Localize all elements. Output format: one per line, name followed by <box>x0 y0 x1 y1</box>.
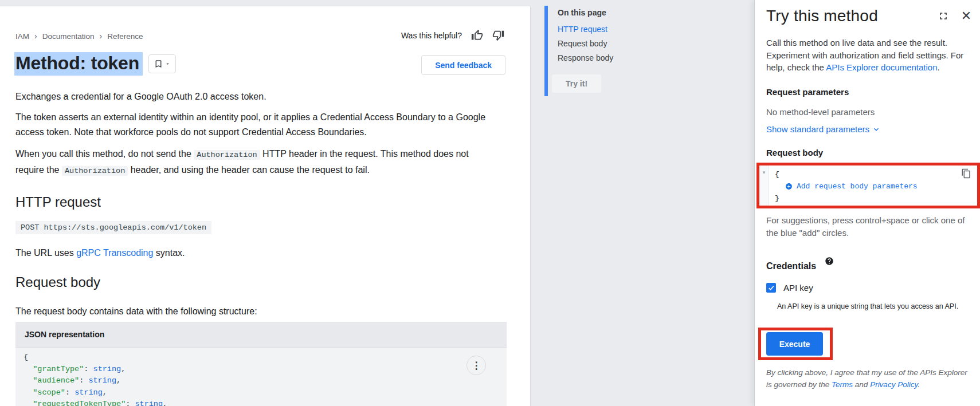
chevron-right-icon: › <box>34 31 37 41</box>
json-representation-header: JSON representation <box>15 322 507 348</box>
expand-more-icon <box>872 125 881 134</box>
editor-lines: { Add request body parameters } <box>769 165 918 206</box>
json-representation-block: JSON representation { "grantType": strin… <box>15 322 507 406</box>
fullscreen-icon[interactable] <box>936 9 950 23</box>
add-request-body-parameters-link[interactable]: Add request body parameters <box>775 180 918 192</box>
api-key-description: An API key is a unique string that lets … <box>777 302 958 310</box>
collapse-triangle-icon[interactable]: ▾ <box>763 170 766 175</box>
legal-text: By clicking above, I agree that my use o… <box>766 366 975 391</box>
request-body-editor[interactable]: ▾ { Add request body parameters } <box>759 165 977 206</box>
title-row: Method: token <box>14 52 176 76</box>
copy-icon[interactable] <box>961 168 971 181</box>
grpc-note: The URL uses gRPC Transcoding syntax. <box>15 246 491 261</box>
privacy-policy-link[interactable]: Privacy Policy <box>870 380 918 389</box>
on-this-page-nav: On this page HTTP request Request body R… <box>544 6 613 96</box>
authorization-warning-paragraph: When you call this method, do not send t… <box>15 147 491 179</box>
credentials-header: Credentials <box>766 257 834 271</box>
try-it-button[interactable]: Try it! <box>552 74 601 93</box>
code-line: { <box>23 352 499 364</box>
no-parameters-text: No method-level parameters <box>766 107 875 117</box>
toc-item-request-body[interactable]: Request body <box>558 39 613 48</box>
request-body-heading: Request body <box>15 274 100 290</box>
editor-gutter: ▾ <box>759 165 769 206</box>
api-key-label: API key <box>783 283 813 293</box>
caret-down-icon <box>164 61 171 67</box>
request-body-intro: The request body contains data with the … <box>15 304 491 319</box>
try-this-method-panel: Try this method ✕ Call this method on li… <box>755 0 980 406</box>
thumb-down-icon[interactable] <box>492 29 504 41</box>
panel-intro: Call this method on live data and see th… <box>766 37 970 74</box>
json-code-lines: { "grantType": string, "audience": strin… <box>15 348 507 406</box>
toc-item-response-body[interactable]: Response body <box>558 53 613 62</box>
send-feedback-button[interactable]: Send feedback <box>421 55 505 75</box>
request-parameters-heading: Request parameters <box>766 87 849 97</box>
breadcrumb-item-iam[interactable]: IAM <box>15 32 29 41</box>
code-line: "audience": string, <box>23 375 499 387</box>
authorization-inline-code: Authorization <box>62 166 128 176</box>
bookmark-icon <box>154 59 163 69</box>
show-standard-parameters-link[interactable]: Show standard parameters <box>766 124 881 134</box>
terms-link[interactable]: Terms <box>832 380 853 389</box>
token-description-paragraph: The token asserts an external identity w… <box>15 110 491 140</box>
code-line: "grantType": string, <box>23 364 499 376</box>
execute-button[interactable]: Execute <box>766 332 823 356</box>
http-request-code: POST https://sts.googleapis.com/v1/token <box>15 221 211 234</box>
grpc-transcoding-link[interactable]: gRPC Transcoding <box>76 248 153 258</box>
authorization-inline-code: Authorization <box>194 150 260 160</box>
request-body-annotation-box: ▾ { Add request body parameters } <box>756 163 980 208</box>
code-line: "scope": string, <box>23 387 499 399</box>
breadcrumb: IAM › Documentation › Reference <box>15 31 143 41</box>
api-key-checkbox[interactable] <box>766 283 776 293</box>
bookmark-button[interactable] <box>148 54 176 73</box>
intro-paragraph: Exchanges a credential for a Google OAut… <box>15 89 491 104</box>
code-overflow-menu-button[interactable]: ⋮ <box>467 356 486 375</box>
help-icon[interactable] <box>825 257 834 268</box>
toc-item-http-request[interactable]: HTTP request <box>558 25 613 34</box>
breadcrumb-item-reference[interactable]: Reference <box>107 32 143 41</box>
code-line: "requestedTokenType": string, <box>23 399 499 406</box>
editor-line-open: { <box>775 168 918 180</box>
api-key-row: API key <box>766 283 813 293</box>
panel-request-body-heading: Request body <box>766 148 823 157</box>
panel-title: Try this method <box>766 7 878 25</box>
chevron-right-icon: › <box>100 31 103 41</box>
breadcrumb-item-documentation[interactable]: Documentation <box>42 32 95 41</box>
close-icon[interactable]: ✕ <box>959 9 973 23</box>
main-content-card: IAM › Documentation › Reference Was this… <box>0 6 531 406</box>
thumb-up-icon[interactable] <box>471 29 483 41</box>
http-request-heading: HTTP request <box>15 194 101 210</box>
suggestions-hint: For suggestions, press control+space or … <box>766 214 971 239</box>
toc-title: On this page <box>558 8 613 17</box>
credentials-heading: Credentials <box>766 257 816 271</box>
add-circle-icon <box>785 183 793 190</box>
helpful-widget: Was this helpful? <box>401 29 504 41</box>
helpful-question: Was this helpful? <box>401 31 462 40</box>
apis-explorer-doc-link[interactable]: APIs Explorer documentation <box>826 62 937 72</box>
editor-line-close: } <box>775 192 918 204</box>
page-title: Method: token <box>14 52 143 76</box>
execute-annotation-box: Execute <box>758 328 833 360</box>
